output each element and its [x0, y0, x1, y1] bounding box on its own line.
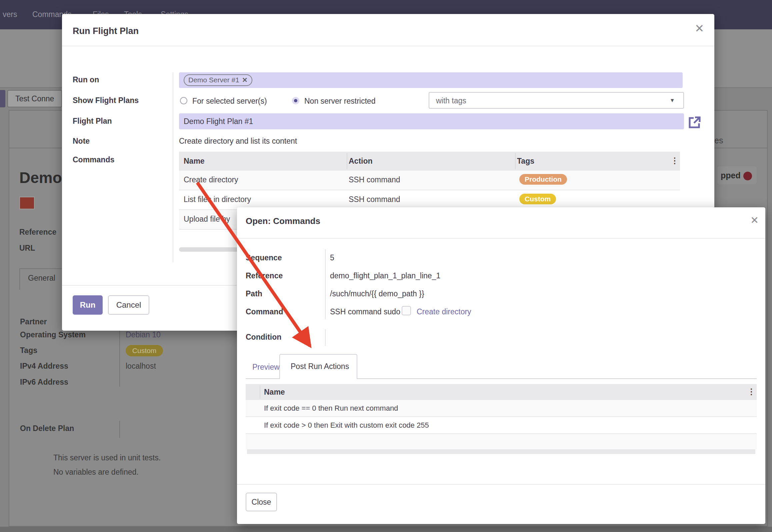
tag-custom: Custom — [519, 194, 556, 204]
row-name: If exit code == 0 then Run next command — [264, 404, 398, 413]
table-row-empty — [246, 434, 757, 449]
condition-label: Condition — [246, 333, 281, 342]
flight-plan-value: Demo Flight Plan #1 — [184, 117, 253, 126]
url-label: URL — [19, 244, 35, 253]
flight-plan-select[interactable]: Demo Flight Plan #1 ▾ — [179, 113, 684, 129]
ipv4-value: localhost — [126, 362, 156, 371]
tab-post-run-actions-label: Post Run Actions — [291, 362, 357, 371]
modal-title: Open: Commands — [246, 216, 320, 226]
col-name[interactable]: Name — [184, 157, 205, 166]
actions-table-header: Name ⋮ — [246, 384, 757, 400]
external-link-icon[interactable] — [688, 116, 701, 129]
row-name: If exit code > 0 then Exit with custom e… — [264, 421, 429, 430]
table-row[interactable]: If exit code == 0 then Run next command — [246, 400, 757, 416]
table-row[interactable]: If exit code > 0 then Exit with custom e… — [246, 417, 757, 433]
col-tags[interactable]: Tags — [517, 157, 534, 166]
commands-label: Commands — [73, 155, 114, 164]
command-link[interactable]: Create directory — [417, 307, 471, 316]
show-flight-plans-label: Show Flight Plans — [73, 96, 139, 105]
condition-separator — [325, 329, 326, 346]
row-action: SSH command — [349, 175, 400, 184]
note-value: Create directory and list its content — [179, 137, 297, 146]
reference-value: demo_flight_plan_1_plan_line_1 — [330, 271, 440, 280]
sequence-value: 5 — [330, 253, 334, 262]
status-dot-icon — [743, 172, 752, 180]
unit-test-note-line1: This server is used in unit tests. — [53, 453, 161, 462]
row-name: Create directory — [184, 175, 238, 184]
server-color-swatch[interactable] — [19, 197, 35, 209]
radio-for-selected-servers-label[interactable]: For selected server(s) — [192, 97, 267, 106]
test-connection-button[interactable]: Test Conne — [7, 90, 62, 107]
page-bottom-strip — [0, 527, 772, 532]
cancel-button[interactable]: Cancel — [108, 295, 149, 315]
label-field-separator — [325, 249, 326, 319]
tag-production: Production — [519, 174, 567, 185]
bg-field-separator-2 — [119, 421, 120, 438]
open-commands-modal: Open: Commands ✕ Sequence Reference Path… — [237, 207, 765, 524]
commands-table-header: Name Action Tags ⋮ — [179, 152, 680, 171]
col-name[interactable]: Name — [264, 388, 285, 397]
run-button[interactable]: Run — [73, 295, 103, 315]
nav-item-servers[interactable]: vers — [3, 10, 17, 19]
radio-non-server-restricted[interactable] — [292, 97, 299, 104]
ipv6-label: IPv6 Address — [20, 378, 68, 387]
screenshot-stage: vers Commands Files Tools Settings Test … — [0, 0, 772, 532]
label-field-separator — [173, 72, 173, 262]
command-value: SSH command sudo — [330, 307, 400, 316]
tag-custom-dimmed: Custom — [126, 345, 163, 356]
row-name: Upload file by — [184, 215, 230, 224]
path-label: Path — [246, 289, 262, 298]
sequence-label: Sequence — [246, 253, 282, 262]
run-on-multiselect[interactable]: Demo Server #1✕ ▾ — [179, 72, 683, 88]
command-label: Command — [246, 307, 283, 316]
test-connection-label: Test Conne — [15, 94, 61, 103]
table-footer-bar — [247, 449, 755, 454]
bg-field-separator — [119, 328, 120, 387]
note-label: Note — [73, 137, 90, 146]
os-label: Operating System — [20, 330, 86, 339]
table-options-icon[interactable]: ⋮ — [671, 156, 679, 165]
tab-preview[interactable]: Preview — [252, 363, 280, 372]
tags-label: Tags — [20, 346, 37, 355]
bg-right-divider — [714, 87, 772, 88]
modal-footer-divider — [237, 484, 765, 485]
col-divider — [347, 153, 347, 169]
server-tag-chip[interactable]: Demo Server #1✕ — [184, 74, 252, 86]
server-status-button[interactable]: pped — [717, 166, 757, 185]
on-delete-plan-label: On Delete Plan — [20, 424, 74, 433]
col-action[interactable]: Action — [349, 157, 373, 166]
tab-post-run-actions[interactable]: Post Run Actions — [279, 354, 357, 379]
path-value: /such/much/{{ demo_path }} — [330, 289, 424, 298]
new-button-fragment[interactable] — [0, 90, 5, 107]
run-on-label: Run on — [73, 75, 99, 84]
close-button[interactable]: Close — [246, 493, 277, 511]
reference-label: Reference — [19, 228, 56, 237]
col-divider — [260, 385, 260, 399]
table-options-icon[interactable]: ⋮ — [747, 387, 755, 396]
table-row[interactable]: Create directory SSH command Production — [179, 171, 680, 190]
radio-for-selected-servers[interactable] — [180, 97, 187, 104]
server-name-heading: Demo — [19, 169, 62, 187]
os-value-link[interactable]: Debian 10 — [126, 330, 161, 339]
sudo-checkbox[interactable] — [402, 306, 411, 315]
close-icon[interactable]: ✕ — [695, 23, 704, 34]
modal-header-divider — [237, 238, 765, 239]
col-divider — [515, 153, 516, 169]
row-action: SSH command — [349, 195, 400, 204]
status-label-fragment: pped — [721, 171, 741, 180]
radio-non-server-restricted-label[interactable]: Non server restricted — [304, 97, 375, 106]
close-icon[interactable]: ✕ — [750, 215, 759, 226]
row-name: List files in directory — [184, 195, 251, 204]
chevron-down-icon: ▾ — [671, 96, 674, 104]
right-text-fragment: es — [714, 136, 723, 145]
flight-plan-label: Flight Plan — [73, 117, 112, 126]
unit-test-note-line2: No variables are defined. — [53, 468, 139, 477]
reference-label: Reference — [246, 271, 283, 280]
with-tags-value: with tags — [436, 96, 466, 105]
modal-title: Run Flight Plan — [73, 26, 139, 36]
with-tags-select[interactable]: with tags ▾ — [429, 92, 684, 109]
server-tag-label: Demo Server #1 — [188, 76, 239, 84]
remove-tag-icon[interactable]: ✕ — [242, 76, 248, 84]
table-row[interactable]: List files in directory SSH command Cust… — [179, 190, 680, 209]
ipv4-label: IPv4 Address — [20, 362, 68, 371]
